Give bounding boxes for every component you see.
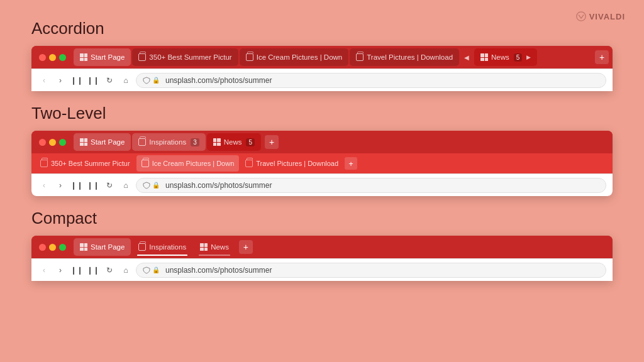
reload-btn[interactable]: ↻ <box>103 74 116 87</box>
compact-tab-bar: Start Page Inspirations News <box>31 236 613 258</box>
two-level-browser: Start Page Inspirations 3 News 5 <box>31 131 613 196</box>
compact-underline-inspirations <box>137 255 187 256</box>
close-btn-3[interactable] <box>39 244 46 251</box>
tab-icecream-1[interactable]: Ice Cream Pictures | Down <box>240 48 349 66</box>
maximize-btn-3[interactable] <box>59 244 66 251</box>
tab-travel-1[interactable]: Travel Pictures | Download <box>350 48 459 66</box>
home-btn-3[interactable]: ⌂ <box>119 264 132 277</box>
forward-btn-2[interactable]: › <box>54 179 67 192</box>
tab-label: News <box>224 138 242 146</box>
next-btn[interactable]: ❙❙ <box>87 74 99 87</box>
add-tab-btn-secondary[interactable]: + <box>345 157 357 170</box>
reload-btn-2[interactable]: ↻ <box>103 179 116 192</box>
maximize-btn[interactable] <box>59 54 66 61</box>
compact-browser: Start Page Inspirations News <box>31 236 613 281</box>
accordion-section: Accordion Start Page <box>31 19 613 91</box>
tab-travel-secondary[interactable]: Travel Pictures | Download <box>240 155 343 172</box>
prev-btn[interactable]: ❙❙ <box>70 74 83 87</box>
tab-start-page-1[interactable]: Start Page <box>74 48 131 66</box>
tab-summer-1[interactable]: 350+ Best Summer Pictur <box>132 48 238 66</box>
two-level-secondary-bar: 350+ Best Summer Pictur Ice Cream Pictur… <box>31 153 613 173</box>
reload-btn-3[interactable]: ↻ <box>103 264 116 277</box>
address-input-1[interactable]: 🔒 unsplash.com/s/photos/summer <box>136 73 606 88</box>
tab-news-2[interactable]: News 5 <box>207 133 261 151</box>
page-content: VIVALDI Accordion Start <box>0 0 644 312</box>
tab-label: Start Page <box>91 138 125 146</box>
maximize-btn-2[interactable] <box>59 139 66 146</box>
tab-label: Travel Pictures | Download <box>367 53 453 61</box>
stack-icon-s2 <box>142 160 149 167</box>
accordion-tab-bar: Start Page 350+ Best Summer Pictur Ice C… <box>31 46 613 69</box>
shield-icon <box>143 77 150 84</box>
tab-count-news: 5 <box>246 138 255 146</box>
address-input-3[interactable]: 🔒 unsplash.com/s/photos/summer <box>136 263 606 278</box>
minimize-btn-3[interactable] <box>49 244 56 251</box>
tab-label: Travel Pictures | Download <box>256 160 338 167</box>
prev-btn-2[interactable]: ❙❙ <box>70 179 83 192</box>
minimize-btn-2[interactable] <box>49 139 56 146</box>
accordion-address-bar: ‹ › ❙❙ ❙❙ ↻ ⌂ 🔒 unsplash.com/s/photos/su… <box>31 69 613 91</box>
tab-icecream-secondary[interactable]: Ice Cream Pictures | Down <box>136 155 240 172</box>
tab-label: 350+ Best Summer Pictur <box>149 53 231 61</box>
tab-label: Start Page <box>91 243 125 251</box>
back-btn-2[interactable]: ‹ <box>38 179 50 192</box>
next-btn-3[interactable]: ❙❙ <box>87 264 99 277</box>
tab-label: Start Page <box>91 53 125 61</box>
lock-icon: 🔒 <box>152 77 160 84</box>
lock-icon-3: 🔒 <box>152 266 160 273</box>
close-btn-2[interactable] <box>39 139 46 146</box>
tab-label: News <box>211 243 229 251</box>
add-tab-btn-2[interactable]: + <box>265 135 279 149</box>
compact-underline-news <box>199 255 230 256</box>
add-tab-btn-3[interactable]: + <box>239 240 253 254</box>
tab-label: Ice Cream Pictures | Down <box>152 160 235 167</box>
news-icon-3 <box>200 243 208 251</box>
prev-btn-3[interactable]: ❙❙ <box>70 264 83 277</box>
compact-address-bar: ‹ › ❙❙ ❙❙ ↻ ⌂ 🔒 unsplash.com/s/photos/su… <box>31 258 613 281</box>
two-level-address-bar: ‹ › ❙❙ ❙❙ ↻ ⌂ 🔒 unsplash.com/s/photos/su… <box>31 173 613 196</box>
tab-arrow: ▶ <box>526 54 531 60</box>
window-controls-two-level <box>35 139 70 146</box>
accordion-browser: Start Page 350+ Best Summer Pictur Ice C… <box>31 46 613 91</box>
home-btn-2[interactable]: ⌂ <box>119 179 132 192</box>
start-page-icon-3 <box>80 243 87 251</box>
address-text-3: unsplash.com/s/photos/summer <box>165 266 272 275</box>
tab-count-2: 3 <box>191 138 199 146</box>
close-btn[interactable] <box>39 54 46 61</box>
shield-icon-2 <box>143 182 150 189</box>
address-icons: 🔒 <box>143 77 160 84</box>
svg-point-0 <box>576 12 585 21</box>
back-btn-3[interactable]: ‹ <box>38 264 50 277</box>
tab-start-page-3[interactable]: Start Page <box>74 238 131 256</box>
news-icon <box>480 53 488 61</box>
forward-btn[interactable]: › <box>54 74 67 87</box>
two-level-primary-bar: Start Page Inspirations 3 News 5 <box>31 131 613 153</box>
two-level-title: Two-Level <box>31 104 613 123</box>
tab-overflow-btn[interactable]: ◀ <box>460 51 473 63</box>
tab-count: 5 <box>514 53 523 62</box>
tab-inspirations-primary[interactable]: Inspirations 3 <box>132 133 205 151</box>
forward-btn-3[interactable]: › <box>54 264 67 277</box>
tab-news-3[interactable]: News <box>194 238 235 256</box>
stack-icon <box>356 53 364 61</box>
address-text: unsplash.com/s/photos/summer <box>165 76 272 85</box>
back-btn[interactable]: ‹ <box>38 74 50 87</box>
compact-section: Compact Start Page <box>31 209 613 281</box>
tab-label: Ice Cream Pictures | Down <box>257 53 343 61</box>
tab-start-page-2[interactable]: Start Page <box>74 133 131 151</box>
minimize-btn[interactable] <box>49 54 56 61</box>
tab-label: News <box>491 53 509 61</box>
add-tab-btn-1[interactable]: + <box>595 50 609 64</box>
tab-inspirations-compact[interactable]: Inspirations <box>132 238 192 256</box>
home-btn[interactable]: ⌂ <box>119 74 132 87</box>
next-btn-2[interactable]: ❙❙ <box>87 179 99 192</box>
vivaldi-logo: VIVALDI <box>576 11 625 21</box>
address-input-2[interactable]: 🔒 unsplash.com/s/photos/summer <box>136 178 606 193</box>
news-icon-2 <box>213 138 221 146</box>
tab-news-1[interactable]: News 5 ▶ <box>474 48 537 66</box>
tab-summer-secondary[interactable]: 350+ Best Summer Pictur <box>35 155 135 172</box>
tab-label: 350+ Best Summer Pictur <box>51 160 130 167</box>
tab-label: Inspirations <box>149 138 186 146</box>
start-page-icon-2 <box>80 138 87 146</box>
address-icons-2: 🔒 <box>143 182 160 189</box>
